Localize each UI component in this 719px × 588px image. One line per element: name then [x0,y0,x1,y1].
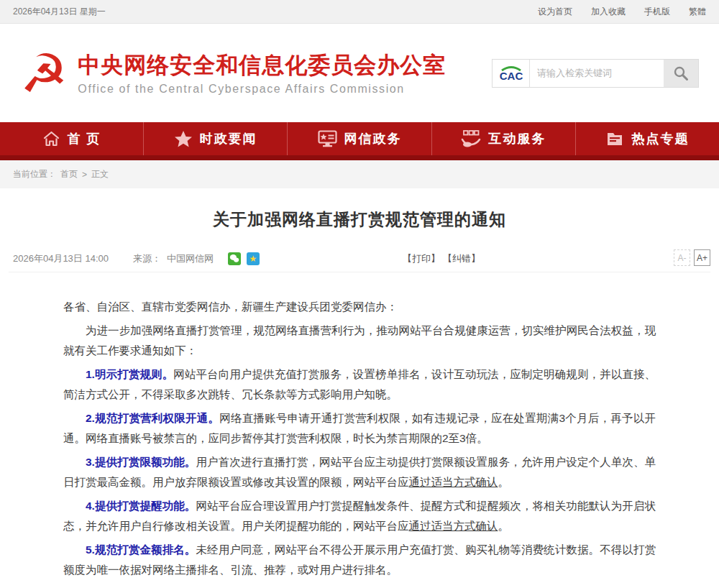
article-actions: 【打印】 【纠错】 [403,252,480,265]
site-title: 中央网络安全和信息化委员会办公室 [78,51,446,80]
topbar-links: 设为首页 加入收藏 手机版 繁體 [538,6,706,18]
paragraph-text: 。 [498,520,510,532]
article-paragraph: 3.提供打赏限额功能。用户首次进行直播打赏，网站平台应主动提供打赏限额设置服务，… [63,452,656,492]
article-paragraph: 5.规范打赏金额排名。未经用户同意，网站平台不得公开展示用户充值打赏、购买礼物等… [63,540,656,580]
nav-item-politics-news[interactable]: 时政要闻 [144,122,288,155]
current-date: 2026年04月13日 星期一 [13,6,106,18]
error-report-button[interactable]: 【纠错】 [443,252,480,265]
breadcrumb-current[interactable]: 正文 [91,168,109,180]
cac-logo-text: CAC [499,70,523,82]
folder-icon [605,130,624,147]
nav-label: 热点专题 [631,130,689,147]
breadcrumb: 当前位置： 首页 > 正文 [0,160,719,188]
paragraph-text: 。 [498,476,510,488]
nav-label: 网信政务 [344,130,402,147]
traditional-chinese-link[interactable]: 繁體 [689,6,706,18]
article-paragraph: 各省、自治区、直辖市党委网信办，新疆生产建设兵团党委网信办： [63,297,656,317]
top-utility-bar: 2026年04月13日 星期一 设为首页 加入收藏 手机版 繁體 [0,0,719,24]
article-source: 中国网信网 [167,252,214,265]
cac-logo: CAC [493,60,530,87]
add-favorites-link[interactable]: 加入收藏 [591,6,626,18]
site-subtitle-english: Office of the Central Cyberspace Affairs… [78,83,446,96]
source-label: 来源： [133,252,161,265]
nav-item-interactive-services[interactable]: 互动服务 [432,122,576,155]
font-smaller-button[interactable]: A- [674,249,690,266]
share-icons: ★ [228,252,260,265]
search-icon [673,65,689,81]
paragraph-lead-text: 4.提供打赏提醒功能。 [86,500,196,512]
qzone-share-icon[interactable]: ★ [247,252,260,265]
site-logo-link[interactable]: ☭ 中央网络安全和信息化委员会办公室 Office of the Central… [20,47,446,100]
main-navigation: 首 页 时政要闻 网信政务 [0,122,719,155]
home-icon [42,130,60,147]
search-input[interactable] [530,60,664,87]
article-paragraph: 1.明示打赏规则。网站平台向用户提供充值打赏服务，设置榜单排名，设计互动玩法，应… [63,364,656,405]
paragraph-text: 通过适当方式确认 [409,520,498,532]
paragraph-text: 通过适当方式确认 [409,476,498,488]
nav-label: 时政要闻 [200,130,257,147]
article-meta-row: 2026年04月13日 14:00 来源： 中国网信网 ★ 【打印】 【纠错】 … [9,251,710,272]
paragraph-lead-text: 1.明示打赏规则。 [86,368,173,380]
site-search-bar: CAC [492,59,699,88]
font-larger-button[interactable]: A+ [694,249,710,266]
paragraph-lead-text: 5.规范打赏金额排名。 [86,543,196,556]
article-date: 2026年04月13日 14:00 [13,252,109,265]
breadcrumb-label: 当前位置： [13,168,56,180]
monitor-star-icon [318,130,337,147]
wechat-share-icon[interactable] [228,252,241,265]
article-paragraph: 为进一步加强网络直播打赏管理，规范网络直播营利行为，推动网站平台合规健康运营，切… [63,321,656,361]
article-paragraph: 4.提供打赏提醒功能。网站平台应合理设置用户打赏提醒触发条件、提醒方式和提醒频次… [63,496,656,536]
breadcrumb-separator: > [82,170,87,180]
nav-bottom-strip [0,155,719,160]
paragraph-text: 为进一步加强网络直播打赏管理，规范网络直播营利行为，推动网站平台合规健康运营，切… [63,324,656,357]
nav-label: 首 页 [68,130,101,147]
paragraph-text: 各省、自治区、直辖市党委网信办，新疆生产建设兵团党委网信办： [63,300,398,313]
nav-item-hot-topics[interactable]: 热点专题 [576,122,719,155]
paragraph-lead-text: 3.提供打赏限额功能。 [86,456,196,468]
nav-label: 互动服务 [488,130,546,147]
paragraph-lead-text: 2.规范打赏营利权限开通。 [86,412,219,424]
article-content: 关于加强网络直播打赏规范管理的通知 2026年04月13日 14:00 来源： … [0,188,719,580]
nav-item-home[interactable]: 首 页 [0,122,144,155]
font-size-controls: A- A+ [674,249,710,266]
print-button[interactable]: 【打印】 [403,252,440,265]
breadcrumb-home-link[interactable]: 首页 [60,168,78,180]
site-header: ☭ 中央网络安全和信息化委员会办公室 Office of the Central… [0,24,719,122]
hammer-sickle-emblem-icon: ☭ [20,47,68,100]
interaction-hand-icon [461,130,481,148]
article-body: 各省、自治区、直辖市党委网信办，新疆生产建设兵团党委网信办：为进一步加强网络直播… [63,297,656,580]
article-title: 关于加强网络直播打赏规范管理的通知 [0,208,719,231]
nav-item-cyber-affairs[interactable]: 网信政务 [288,122,431,155]
star-icon [174,130,193,148]
mobile-version-link[interactable]: 手机版 [644,6,670,18]
set-homepage-link[interactable]: 设为首页 [538,6,572,18]
article-paragraph: 2.规范打赏营利权限开通。网络直播账号申请开通打赏营利权限，如有违规记录，应在处… [63,408,656,449]
search-button[interactable] [664,60,698,87]
